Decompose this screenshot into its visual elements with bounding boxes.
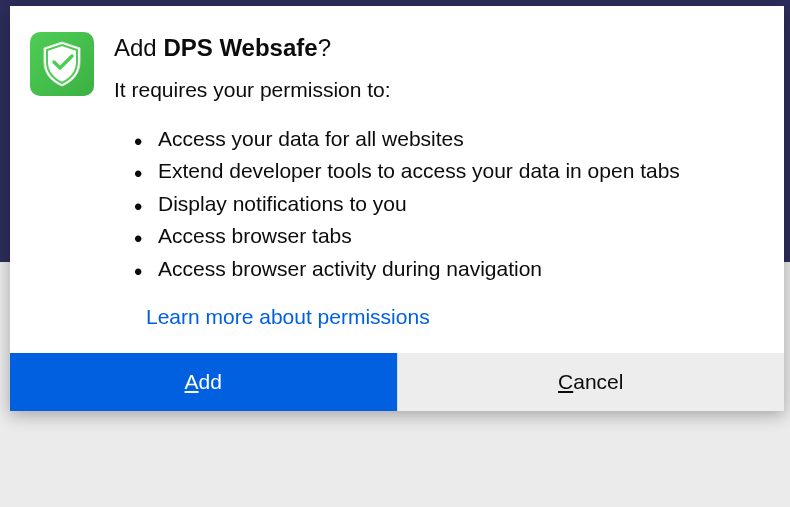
permission-intro: It requires your permission to: [114, 75, 752, 104]
dialog-title: Add DPS Websafe? [114, 32, 752, 63]
permission-list: Access your data for all websites Extend… [114, 123, 752, 286]
permission-item: Extend developer tools to access your da… [146, 155, 752, 188]
add-button[interactable]: Add [10, 353, 397, 411]
title-suffix: ? [318, 34, 331, 61]
permission-dialog: Add DPS Websafe? It requires your permis… [10, 6, 784, 411]
cancel-label-rest: ancel [573, 370, 623, 393]
extension-name: DPS Websafe [163, 34, 317, 61]
permission-item: Display notifications to you [146, 188, 752, 221]
cancel-button[interactable]: Cancel [397, 353, 785, 411]
permission-item: Access your data for all websites [146, 123, 752, 156]
extension-icon [30, 32, 94, 96]
permission-item: Access browser activity during navigatio… [146, 253, 752, 286]
shield-check-icon [40, 40, 84, 88]
add-label-rest: dd [199, 370, 222, 393]
add-accelerator: A [185, 370, 199, 393]
title-prefix: Add [114, 34, 163, 61]
permission-item: Access browser tabs [146, 220, 752, 253]
dialog-content: Add DPS Websafe? It requires your permis… [10, 6, 784, 353]
learn-more-link[interactable]: Learn more about permissions [146, 305, 430, 329]
cancel-accelerator: C [558, 370, 573, 393]
dialog-buttons: Add Cancel [10, 353, 784, 411]
dialog-text: Add DPS Websafe? It requires your permis… [114, 32, 752, 329]
